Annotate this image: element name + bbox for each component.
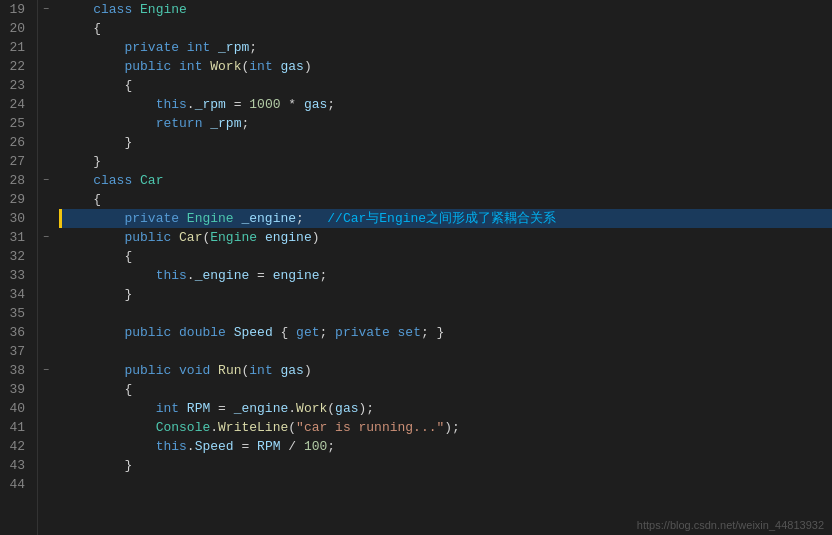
code-line-44 [62,475,832,494]
line-num-41: 41 [4,418,29,437]
code-content[interactable]: class Engine { private int _rpm; public … [54,0,832,535]
watermark: https://blog.csdn.net/weixin_44813932 [637,519,824,531]
line-num-42: 42 [4,437,29,456]
code-line-34: } [62,285,832,304]
code-line-22: public int Work(int gas) [62,57,832,76]
code-line-36: public double Speed { get; private set; … [62,323,832,342]
code-line-26: } [62,133,832,152]
this-keyword-24: this [156,95,187,114]
code-line-35 [62,304,832,323]
fold-39 [38,380,54,399]
line-num-37: 37 [4,342,29,361]
code-line-20: { [62,19,832,38]
line-num-31: 31 [4,228,29,247]
code-line-38: public void Run(int gas) [62,361,832,380]
fold-24 [38,95,54,114]
fold-35 [38,304,54,323]
code-line-39: { [62,380,832,399]
line-num-28: 28 [4,171,29,190]
fold-36 [38,323,54,342]
code-line-42: this.Speed = RPM / 100; [62,437,832,456]
fold-23 [38,76,54,95]
fold-25 [38,114,54,133]
fold-41 [38,418,54,437]
code-area: 19 20 21 22 23 24 25 26 27 28 29 30 31 3… [0,0,832,535]
line-num-44: 44 [4,475,29,494]
line-num-20: 20 [4,19,29,38]
code-line-43: } [62,456,832,475]
line-num-34: 34 [4,285,29,304]
line-num-25: 25 [4,114,29,133]
fold-44 [38,475,54,494]
line-num-35: 35 [4,304,29,323]
line-num-23: 23 [4,76,29,95]
code-line-28: class Car [62,171,832,190]
line-num-21: 21 [4,38,29,57]
fold-27 [38,152,54,171]
fold-43 [38,456,54,475]
code-line-30: private Engine _engine; //Car与Engine之间形成… [59,209,832,228]
fold-37 [38,342,54,361]
line-num-36: 36 [4,323,29,342]
this-keyword-42: this [156,437,187,456]
line-num-39: 39 [4,380,29,399]
line-num-40: 40 [4,399,29,418]
code-line-25: return _rpm; [62,114,832,133]
line-num-29: 29 [4,190,29,209]
fold-26 [38,133,54,152]
code-line-23: { [62,76,832,95]
fold-40 [38,399,54,418]
left-panel: 19 20 21 22 23 24 25 26 27 28 29 30 31 3… [0,0,54,535]
fold-29 [38,190,54,209]
fold-gutter: − − − − [38,0,54,535]
line-numbers: 19 20 21 22 23 24 25 26 27 28 29 30 31 3… [0,0,38,535]
fold-42 [38,437,54,456]
line-num-26: 26 [4,133,29,152]
fold-19[interactable]: − [38,0,54,19]
code-line-33: this._engine = engine; [62,266,832,285]
code-line-19: class Engine [62,0,832,19]
fold-30 [38,209,54,228]
code-line-27: } [62,152,832,171]
code-line-40: int RPM = _engine.Work(gas); [62,399,832,418]
code-line-31: public Car(Engine engine) [62,228,832,247]
line-num-32: 32 [4,247,29,266]
fold-32 [38,247,54,266]
code-line-29: { [62,190,832,209]
line-num-24: 24 [4,95,29,114]
code-line-21: private int _rpm; [62,38,832,57]
fold-22 [38,57,54,76]
line-num-43: 43 [4,456,29,475]
code-line-24: this._rpm = 1000 * gas; [62,95,832,114]
line-num-22: 22 [4,57,29,76]
code-line-32: { [62,247,832,266]
line-num-33: 33 [4,266,29,285]
line-num-30: 30 [4,209,29,228]
line-num-38: 38 [4,361,29,380]
line-num-19: 19 [4,0,29,19]
fold-34 [38,285,54,304]
this-keyword-33: this [156,266,187,285]
code-line-41: Console.WriteLine("car is running..."); [62,418,832,437]
fold-21 [38,38,54,57]
code-line-37 [62,342,832,361]
fold-33 [38,266,54,285]
fold-38[interactable]: − [38,361,54,380]
line-num-27: 27 [4,152,29,171]
fold-28[interactable]: − [38,171,54,190]
fold-31[interactable]: − [38,228,54,247]
code-editor: 19 20 21 22 23 24 25 26 27 28 29 30 31 3… [0,0,832,535]
fold-20 [38,19,54,38]
